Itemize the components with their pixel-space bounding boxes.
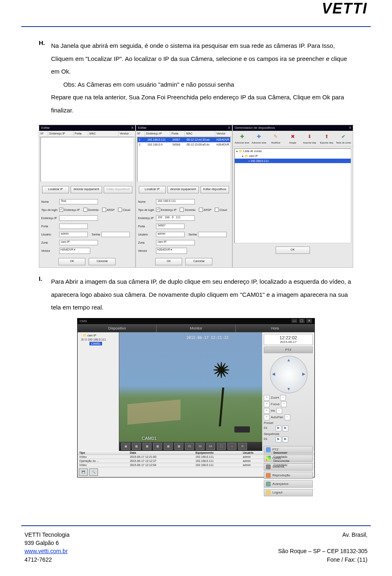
iris-open-button[interactable]: +	[264, 408, 270, 414]
focus-out-button[interactable]: −	[281, 401, 287, 407]
header-rule	[21, 26, 371, 29]
tree-device[interactable]: ▪ 192.168.0.111	[235, 159, 351, 163]
edit-device-button[interactable]: Editar dispositivos	[104, 186, 132, 193]
toolbar-add-area2[interactable]: ✚Adicionar área	[251, 132, 267, 144]
checkbox-cloud[interactable]	[118, 208, 122, 212]
toolbar-modify[interactable]: ✎Modificar	[268, 132, 284, 144]
zoom-out-button[interactable]: −	[280, 395, 286, 401]
table-row[interactable]: 1192.168.0.1113456700:12:12:dd:30:abH264…	[138, 137, 230, 142]
tab-device[interactable]: Dispositivo	[78, 324, 156, 332]
side-logout-button[interactable]: Logout	[264, 489, 313, 496]
edit-device-button[interactable]: Editar dispositivos	[200, 186, 229, 193]
snapshot-icon[interactable]: ⟳	[238, 443, 247, 450]
locate-ip-button[interactable]: Localizar IP	[42, 186, 69, 193]
port-input[interactable]: 34567	[156, 224, 185, 229]
pass-input[interactable]	[198, 232, 227, 237]
toolbar-add-area[interactable]: ✚Adicionar área	[234, 132, 250, 144]
paragraph: Para Abrir a imagem da sua câmera IP, de…	[51, 275, 353, 314]
tab-monitor[interactable]: Monitor	[156, 324, 235, 332]
tree-zone[interactable]: 📁 cam IP	[79, 334, 118, 338]
checkbox-cloud[interactable]	[215, 208, 219, 212]
checkbox-domain[interactable]	[180, 208, 184, 212]
locate-ip-button[interactable]: Localizar IP	[139, 186, 166, 193]
layout-9-icon[interactable]: ▦	[164, 443, 173, 450]
layout-64-button[interactable]: 64	[206, 443, 215, 450]
zoom-in-button[interactable]: +	[264, 395, 270, 401]
autopan-plus-button[interactable]: +	[264, 415, 270, 420]
maximize-icon[interactable]: ▢	[299, 319, 305, 323]
zone-input[interactable]: cam IP	[59, 240, 98, 245]
tab-time[interactable]: Hora	[236, 324, 314, 332]
layout-1-icon[interactable]: ▣	[121, 443, 130, 450]
checkbox-domain[interactable]	[83, 208, 87, 212]
close-icon[interactable]: X	[349, 125, 351, 131]
close-icon[interactable]: X	[131, 125, 134, 131]
arrow-down-icon[interactable]: ▼	[287, 387, 291, 391]
toolbar-import[interactable]: ⬇Importar disp	[302, 132, 318, 144]
name-input[interactable]: 192.168.0.111	[156, 199, 195, 204]
checkbox-arsp[interactable]	[102, 208, 106, 212]
toolbar-delete[interactable]: ✖Asagar	[285, 132, 301, 144]
layout-6-icon[interactable]: ▦	[143, 443, 151, 450]
seq-go2-button[interactable]: ▶	[283, 437, 288, 442]
ip-input[interactable]: . . .	[59, 215, 98, 221]
port-input[interactable]	[59, 224, 88, 229]
layout-4-icon[interactable]: ▦	[132, 443, 141, 450]
layout-25-button[interactable]: 25	[185, 443, 194, 450]
arrow-left-icon[interactable]: ◀	[272, 372, 275, 376]
vendor-select[interactable]: H264DVR ▾	[156, 248, 187, 254]
preset-go1-button[interactable]: ▶	[276, 426, 281, 431]
layout-16-icon[interactable]: ▦	[174, 443, 183, 450]
minimize-icon[interactable]: —	[292, 319, 297, 323]
add-equip-button[interactable]: dicionar equipament	[167, 186, 199, 193]
arrow-right-icon[interactable]: ▶	[302, 372, 305, 376]
ptz-dpad[interactable]: ▲ ▼ ◀ ▶	[270, 356, 307, 392]
log-save-icon[interactable]: 💾	[79, 468, 88, 476]
ok-button[interactable]: OK	[155, 258, 182, 265]
fullscreen-icon[interactable]: ⛶	[217, 443, 226, 450]
sequence-select[interactable]: 01	[264, 437, 274, 442]
close-icon[interactable]: X	[228, 125, 230, 131]
vendor-select[interactable]: H264DVR ▾	[59, 248, 90, 254]
close-icon[interactable]: ✕	[306, 319, 312, 323]
add-equip-button[interactable]: dicionar equipament	[71, 186, 102, 193]
user-input[interactable]: admin	[156, 232, 185, 237]
tree-device[interactable]: ⊟ ☑ 192.168.0.111	[79, 338, 118, 342]
ok-button[interactable]: OK	[58, 258, 85, 265]
tree-camera[interactable]: CAM01	[89, 342, 102, 345]
playback-icon	[266, 473, 271, 478]
table-row[interactable]: 2192.168.0.93456800:12:15:00:a5:dcH264DV…	[138, 142, 230, 147]
autopan-minus-button[interactable]: −	[285, 415, 290, 420]
side-ptz-button[interactable]: PTZ	[264, 446, 313, 453]
iris-close-button[interactable]: −	[276, 408, 282, 414]
tree-zone[interactable]: ▸ 📁 cam IP	[235, 154, 351, 159]
checkbox-ip[interactable]: ✓	[156, 208, 160, 212]
ip-input[interactable]: 192 . 168 . 0 . 111	[156, 215, 195, 221]
preset-go2-button[interactable]: ▶	[283, 426, 288, 431]
side-advanced-button[interactable]: Avançados	[264, 480, 313, 488]
layout-8-icon[interactable]: ▦	[153, 443, 162, 450]
side-playback-button[interactable]: Reprodução	[264, 472, 313, 479]
log-search-icon[interactable]: 🔍	[89, 468, 98, 476]
seq-go1-button[interactable]: ▶	[276, 437, 281, 442]
layout-36-button[interactable]: 36	[196, 443, 205, 450]
ok-button[interactable]: OK	[276, 247, 310, 254]
tree-root[interactable]: ▸ 📁 Lista de zonas	[235, 149, 351, 154]
arrow-up-icon[interactable]: ▲	[287, 358, 291, 362]
zone-input[interactable]: cam IP	[156, 240, 195, 245]
footer-link[interactable]: www.vetti.com.br	[24, 548, 68, 554]
record-icon[interactable]: ●	[227, 443, 236, 450]
pass-input[interactable]	[101, 232, 130, 237]
side-system-button[interactable]: Sistema	[264, 463, 313, 471]
video-view[interactable]: 2015-06-17 12:21:32 CAM01 ▣ ▦ ▦ ▦ ▦ ▦ 25…	[119, 332, 262, 451]
checkbox-ip[interactable]: ✓	[59, 208, 63, 212]
focus-in-button[interactable]: +	[264, 401, 270, 407]
name-input[interactable]: Test	[59, 199, 98, 204]
user-input[interactable]: admin	[59, 232, 88, 237]
preset-select[interactable]: 01	[264, 426, 274, 431]
toolbar-export[interactable]: ⬆Exportar disp	[318, 132, 334, 144]
cancel-button[interactable]: Cancelar	[185, 258, 212, 265]
cancel-button[interactable]: Cancelar	[89, 258, 116, 265]
toolbar-test[interactable]: ✔Teste de conec	[336, 132, 352, 144]
checkbox-arsp[interactable]	[199, 208, 203, 212]
